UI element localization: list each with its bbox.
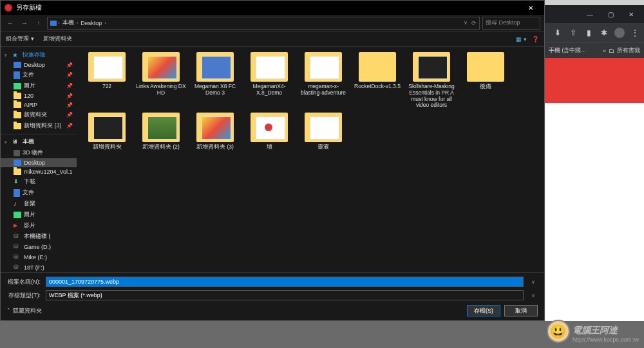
bookmark-all[interactable]: 所有書籤 (617, 46, 640, 55)
filename-input[interactable]: 000001_1709720775.webp (46, 277, 524, 287)
folder-item[interactable]: 壇 (243, 113, 296, 151)
folder-item[interactable]: 新增資料夾 (3) (189, 113, 242, 151)
pin-icon: 📌 (66, 72, 73, 78)
puzzle-icon[interactable]: ✱ (599, 28, 609, 38)
maximize-button[interactable]: ▢ (601, 8, 620, 21)
view-mode-button[interactable]: ▦ ▾ (516, 36, 527, 42)
sidebar-item[interactable]: AIRP📌 (1, 100, 77, 109)
bookmark-item[interactable]: 手機 (含中國... (549, 46, 586, 55)
watermark-logo (547, 320, 570, 343)
up-button[interactable]: ↑ (33, 17, 44, 29)
pin-icon: 📌 (66, 62, 73, 68)
chevron-right-icon: › (58, 20, 60, 26)
sidebar-item[interactable]: 文件 (1, 187, 77, 198)
sidebar-item[interactable]: 120📌 (1, 91, 77, 100)
filetype-label: 存檔類型(T): (7, 291, 41, 300)
search-placeholder: 搜尋 Desktop (486, 19, 520, 27)
folder-label: megaman-x-blasting-adventure (297, 84, 350, 96)
profile-avatar[interactable] (614, 28, 625, 38)
sidebar-item[interactable]: 圖片📌 (1, 80, 77, 91)
breadcrumb[interactable]: › 本機 › Desktop › ∨ ⟳ (47, 17, 480, 30)
folder-icon (14, 123, 21, 129)
sidebar-item[interactable]: 本機磁碟 ( (1, 231, 77, 242)
sidebar-this-pc[interactable]: ▿本機 (1, 136, 77, 147)
folder-label: 722 (101, 84, 113, 90)
browser-titlebar (545, 0, 644, 5)
folder-item[interactable]: 靈液 (297, 113, 350, 151)
sidebar-item[interactable]: 影片 (1, 220, 77, 231)
save-button[interactable]: 存檔(S) (467, 305, 500, 316)
sidebar-item[interactable]: 圖片 (1, 209, 77, 220)
sidebar-item[interactable]: 3D 物件 (1, 147, 77, 158)
sidebar-item[interactable]: Game (D:) (1, 242, 77, 252)
hide-folders-toggle[interactable]: ˄隱藏資料夾 (7, 307, 42, 315)
folder-item[interactable]: 後備 (459, 52, 512, 109)
folder-icon (14, 112, 21, 118)
filetype-select[interactable]: WEBP 檔案 (*.webp) (46, 290, 524, 300)
chevron-right-icon[interactable]: » (603, 48, 606, 54)
dropdown-icon[interactable]: ∨ (529, 279, 538, 285)
sidebar-item[interactable]: Desktop📌 (1, 60, 77, 69)
folder-item[interactable]: 新增資料夾 (80, 113, 133, 151)
sidebar-item[interactable]: 下載 (1, 176, 77, 187)
dialog-titlebar: 另存新檔 ✕ (1, 1, 544, 15)
drive-icon (14, 243, 21, 251)
search-input[interactable]: 搜尋 Desktop (482, 17, 540, 30)
close-button[interactable]: ✕ (622, 8, 640, 21)
help-icon[interactable]: ❓ (532, 36, 539, 42)
drive-icon (14, 178, 21, 186)
folder-item[interactable]: RocketDock-v1.3.5 (351, 52, 404, 109)
sidebar-item[interactable]: 新資料夾📌 (1, 109, 77, 120)
extension-icon[interactable]: ▮ (583, 28, 594, 38)
sidebar-item[interactable]: 文件📌 (1, 69, 77, 80)
folder-icon (88, 113, 126, 142)
filename-label: 檔案名稱(N): (7, 278, 41, 286)
minimize-button[interactable]: — (581, 8, 599, 21)
breadcrumb-segment[interactable]: Desktop (79, 20, 103, 26)
folder-item[interactable]: 新增資料夾 (2) (135, 113, 187, 151)
drive-icon (14, 253, 21, 261)
dialog-close-button[interactable]: ✕ (521, 5, 540, 12)
refresh-icon[interactable]: ⟳ (471, 20, 477, 26)
folder-item[interactable]: Skillshare-Masking Essentials in PR A mu… (405, 52, 458, 109)
folder-label: RocketDock-v1.3.5 (353, 84, 402, 90)
page-body (545, 103, 644, 348)
sidebar-item[interactable]: 音樂 (1, 198, 77, 209)
folder-item[interactable]: Links Awakening DX HD (135, 52, 187, 109)
breadcrumb-segment[interactable]: 本機 (61, 19, 75, 27)
sidebar-item[interactable]: mikewu1204_Vol.1 (1, 167, 77, 176)
pin-icon: 📌 (66, 93, 73, 99)
drive-icon (14, 150, 20, 156)
folder-item[interactable]: Megaman X8 FC Demo 3 (189, 52, 242, 109)
star-icon (12, 51, 20, 59)
forward-button[interactable]: → (19, 17, 30, 29)
upload-icon[interactable]: ⇧ (568, 28, 578, 38)
dropdown-icon[interactable]: ∨ (529, 293, 538, 298)
folder-icon (359, 52, 396, 82)
dialog-title: 另存新檔 (16, 3, 42, 12)
chevron-right-icon: › (77, 20, 79, 26)
folder-item[interactable]: 722 (80, 52, 133, 109)
folder-item[interactable]: MegamanX4-X.8_Demo (243, 52, 296, 109)
back-button[interactable]: ← (5, 17, 16, 29)
folder-icon (88, 52, 126, 82)
sidebar-item[interactable]: Desktop (1, 158, 77, 167)
folder-icon (413, 52, 450, 82)
sidebar: ▿快速存取 Desktop📌文件📌圖片📌120📌AIRP📌新資料夾📌新增資料夾 … (1, 47, 77, 272)
folder-item[interactable]: megaman-x-blasting-adventure (297, 52, 350, 109)
menu-icon[interactable]: ⋮ (630, 28, 640, 38)
sidebar-item[interactable]: 18T (F:) (1, 262, 77, 272)
new-folder-button[interactable]: 新增資料夾 (43, 35, 72, 43)
sidebar-item[interactable]: Mike (E:) (1, 252, 77, 262)
folder-icon (251, 113, 288, 142)
folder-icon (305, 113, 342, 142)
download-icon[interactable]: ⬇ (553, 28, 563, 38)
pc-icon (50, 21, 57, 26)
cancel-button[interactable]: 取消 (504, 305, 538, 316)
dialog-bottom: 檔案名稱(N): 000001_1709720775.webp ∨ 存檔類型(T… (1, 272, 544, 320)
drive-icon (14, 189, 20, 197)
organize-menu[interactable]: 組合管理 ▾ (6, 35, 34, 43)
dropdown-icon[interactable]: ∨ (464, 20, 468, 26)
sidebar-item[interactable]: 新增資料夾 (3)📌 (1, 120, 77, 131)
sidebar-quick-access[interactable]: ▿快速存取 (1, 50, 77, 60)
